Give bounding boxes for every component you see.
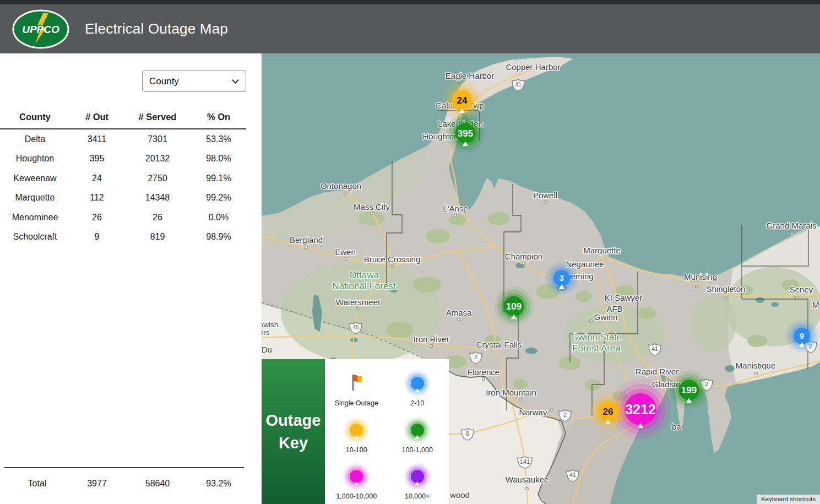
legend-title-line2: Key bbox=[279, 432, 308, 454]
view-select-wrap: County bbox=[142, 71, 246, 92]
legend-label: 10,000+ bbox=[405, 492, 430, 500]
map-label: Gwinn bbox=[594, 312, 618, 322]
map-label: Iron River bbox=[413, 334, 449, 344]
county-cell: Keweenaw bbox=[0, 174, 70, 183]
map-label: Seney bbox=[790, 285, 813, 294]
cluster-1000-10000-icon bbox=[350, 470, 363, 483]
total-label: Total bbox=[4, 479, 70, 489]
total-pct-on: 93.2% bbox=[191, 479, 246, 489]
map-label-partial: ba bbox=[672, 422, 681, 431]
total-served: 58640 bbox=[124, 479, 191, 489]
map-label: Gwinn State bbox=[571, 332, 622, 343]
col-header-county: County bbox=[0, 112, 70, 122]
county-cell: Menominee bbox=[0, 213, 70, 223]
page-title: Electrical Outage Map bbox=[85, 20, 228, 37]
legend-items: Single Outage 2-10 10-100 100-1,000 1,00… bbox=[325, 359, 449, 504]
outage-count: 24 bbox=[457, 95, 468, 106]
col-header-out: # Out bbox=[70, 112, 124, 122]
out-cell: 26 bbox=[70, 213, 124, 223]
outage-marker[interactable]: 109 bbox=[504, 296, 524, 317]
outage-count: 109 bbox=[506, 301, 522, 312]
map-label: Bruce Crossing bbox=[364, 254, 421, 264]
county-outage-table: County # Out # Served % On Delta 3411 73… bbox=[0, 105, 246, 247]
county-cell: Schoolcraft bbox=[0, 232, 70, 242]
map-label: Copper Harbor bbox=[506, 62, 560, 72]
map-label: Ontonagon bbox=[321, 181, 361, 191]
served-cell: 14348 bbox=[124, 193, 191, 203]
map-label-partial: c Du bbox=[262, 345, 272, 354]
outage-marker[interactable]: 26 bbox=[598, 402, 618, 422]
map-label: Florence bbox=[468, 367, 499, 377]
served-cell: 26 bbox=[124, 213, 191, 223]
legend-item: Single Outage bbox=[326, 361, 387, 411]
shield-number: 2 bbox=[563, 411, 567, 418]
map-label: Amasa bbox=[446, 308, 472, 317]
map[interactable]: 41 45 2 41 2 8 141 41 2 2 Copper Harbor … bbox=[262, 53, 820, 504]
outage-marker[interactable]: 3 bbox=[553, 270, 570, 286]
county-cell: Houghton bbox=[0, 154, 70, 164]
map-label: Negaunee bbox=[566, 259, 604, 269]
out-cell: 3411 bbox=[70, 134, 124, 144]
outage-marker[interactable]: 3212 bbox=[624, 393, 656, 425]
map-label: Powell bbox=[533, 191, 557, 200]
county-cell: Marquette bbox=[0, 193, 70, 203]
legend-label: Single Outage bbox=[335, 399, 378, 407]
outage-summary-panel: County County # Out # Served % On Delta … bbox=[0, 53, 262, 504]
map-label: L'Anse bbox=[443, 204, 468, 213]
out-cell: 24 bbox=[70, 174, 124, 183]
outage-count: 26 bbox=[603, 406, 613, 417]
map-label: Iron Mountain bbox=[486, 388, 536, 397]
pct-on-cell: 99.1% bbox=[191, 174, 246, 183]
map-label: Champion bbox=[505, 252, 542, 261]
legend-label: 2-10 bbox=[410, 399, 424, 407]
map-label-partial: wood bbox=[449, 490, 470, 500]
outage-marker[interactable]: 9 bbox=[794, 328, 810, 344]
map-label: Bergland bbox=[290, 235, 323, 245]
map-label: Wausaukee bbox=[506, 475, 549, 484]
shield-number: 45 bbox=[352, 324, 359, 330]
cluster-100-1000-icon bbox=[411, 424, 424, 437]
map-label-partial: M bbox=[812, 300, 819, 310]
pct-on-cell: 98.0% bbox=[191, 154, 246, 164]
served-cell: 20132 bbox=[124, 154, 191, 164]
col-header-served: # Served bbox=[124, 112, 191, 122]
pct-on-cell: 98.9% bbox=[191, 232, 246, 242]
cluster-10-100-icon bbox=[350, 424, 363, 437]
map-label: Ewen bbox=[335, 247, 356, 257]
map-label: Houghton bbox=[422, 132, 458, 141]
map-label-partial: ters bbox=[262, 328, 270, 337]
map-label: Shingleton bbox=[707, 284, 746, 294]
map-label: National Forest bbox=[332, 281, 396, 291]
legend-title-line1: Outage bbox=[266, 409, 321, 432]
total-out: 3977 bbox=[70, 479, 124, 489]
outage-marker[interactable]: 199 bbox=[679, 380, 699, 400]
legend-item: 10-100 bbox=[326, 411, 387, 457]
outage-key-legend: Outage Key Single Outage 2-10 bbox=[262, 359, 449, 504]
shield-number: 2 bbox=[809, 343, 812, 349]
keyboard-shortcuts-link[interactable]: Keyboard shortcuts bbox=[757, 495, 820, 504]
legend-title: Outage Key bbox=[262, 359, 325, 504]
served-cell: 7301 bbox=[124, 134, 191, 144]
shield-number: 41 bbox=[515, 81, 522, 88]
map-label: Munising bbox=[684, 272, 717, 281]
county-cell: Delta bbox=[0, 134, 70, 144]
outage-count: 9 bbox=[800, 332, 804, 340]
legend-label: 100-1,000 bbox=[402, 446, 433, 454]
map-label: Forest Area bbox=[572, 343, 621, 354]
shield-number: 2 bbox=[474, 354, 477, 360]
map-label: Mass City bbox=[354, 202, 390, 212]
map-label: Ottawa bbox=[349, 270, 379, 280]
table-row: Keweenaw 24 2750 99.1% bbox=[0, 169, 246, 188]
col-header-pct-on: % On bbox=[191, 112, 246, 122]
map-label: Marquette bbox=[583, 246, 621, 255]
table-row: Houghton 395 20132 98.0% bbox=[0, 149, 246, 169]
served-cell: 2750 bbox=[124, 174, 191, 183]
outage-count: 3 bbox=[560, 274, 564, 283]
table-total-row: Total 3977 58640 93.2% bbox=[4, 467, 244, 499]
legend-item: 10,000+ bbox=[387, 458, 448, 504]
map-label: Rapid River bbox=[636, 367, 678, 376]
pct-on-cell: 99.2% bbox=[191, 193, 246, 203]
outage-marker[interactable]: 24 bbox=[452, 90, 473, 111]
outage-marker[interactable]: 395 bbox=[455, 123, 476, 144]
view-select[interactable]: County bbox=[142, 71, 246, 92]
